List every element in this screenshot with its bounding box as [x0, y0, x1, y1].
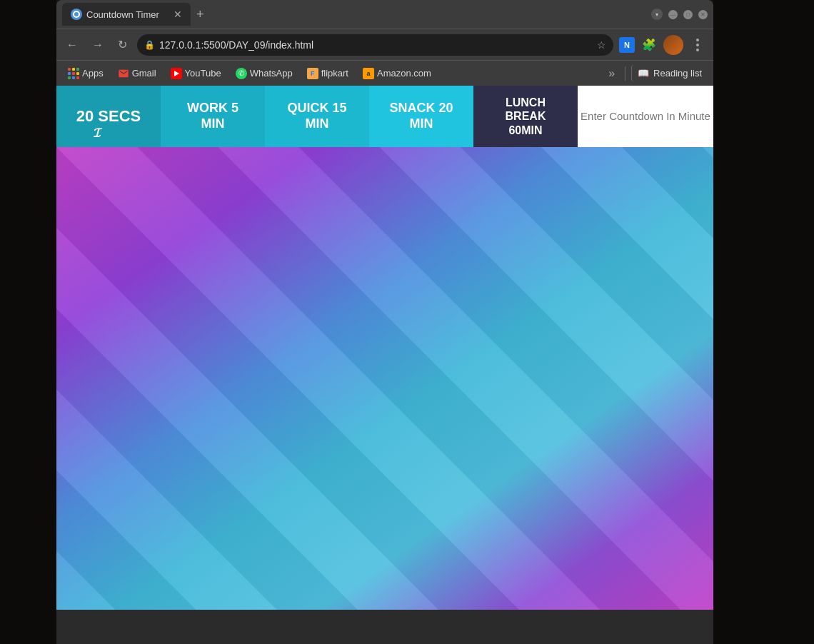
gmail-icon	[118, 68, 129, 79]
tab-area: Countdown Timer ✕ + ▾	[62, 0, 668, 29]
gmail-label: Gmail	[132, 68, 156, 79]
tab-menu-arrow[interactable]: ▾	[651, 9, 663, 20]
tab-close-button[interactable]: ✕	[174, 9, 182, 20]
left-decor	[0, 0, 56, 644]
youtube-label: YouTube	[185, 68, 221, 79]
timer-quick15-button[interactable]: QUICK 15MIN	[265, 86, 369, 147]
tab-title: Countdown Timer	[86, 9, 159, 20]
timer-buttons-row: 20 SECS 𝓘 WORK 5MIN QUICK 15MIN SNACK 20…	[56, 86, 713, 147]
security-lock-icon: 🔒	[144, 40, 155, 50]
window-controls: — □ ✕	[668, 10, 708, 19]
amazon-icon: a	[363, 68, 374, 79]
whatsapp-label: WhatsApp	[250, 68, 293, 79]
maximize-button[interactable]: □	[683, 10, 693, 19]
extensions-icon[interactable]: 🧩	[639, 35, 659, 55]
reload-button[interactable]: ↻	[114, 35, 131, 54]
profile-avatar[interactable]	[663, 35, 683, 55]
close-button[interactable]: ✕	[698, 10, 708, 19]
back-button[interactable]: ←	[62, 36, 82, 54]
reading-list-label: Reading list	[653, 68, 702, 79]
browser-menu-button[interactable]	[688, 35, 708, 55]
timer-main-display	[56, 147, 713, 610]
bookmark-gmail[interactable]: Gmail	[112, 65, 162, 82]
tab-favicon	[71, 9, 82, 20]
flipkart-label: flipkart	[321, 68, 348, 79]
timer-20secs-button[interactable]: 20 SECS 𝓘	[56, 86, 161, 147]
title-bar: Countdown Timer ✕ + ▾ — □ ✕	[56, 0, 713, 29]
forward-button[interactable]: →	[88, 36, 108, 54]
notebook-extension-icon[interactable]: N	[619, 37, 635, 53]
browser-window: Countdown Timer ✕ + ▾ — □ ✕ ← → ↻	[56, 0, 713, 644]
reading-list-divider	[625, 66, 625, 81]
bookmark-apps[interactable]: Apps	[62, 65, 109, 82]
page-content: 20 SECS 𝓘 WORK 5MIN QUICK 15MIN SNACK 20…	[56, 86, 713, 610]
address-bar[interactable]: 🔒 127.0.0.1:5500/DAY_09/index.html ☆	[137, 34, 613, 56]
browser-toolbar-icons: N 🧩	[619, 35, 708, 55]
timer-lunch-button[interactable]: LUNCHBREAK60MIN	[473, 86, 578, 147]
reading-list-icon: 📖	[638, 68, 649, 79]
apps-grid-icon	[68, 68, 79, 79]
flipkart-icon: F	[307, 68, 318, 79]
timer-snack20-label: SNACK 20MIN	[389, 101, 453, 131]
bookmark-flipkart[interactable]: F flipkart	[301, 65, 354, 82]
bookmark-whatsapp[interactable]: ✆ WhatsApp	[230, 65, 298, 82]
address-url: 127.0.0.1:5500/DAY_09/index.html	[159, 39, 593, 51]
whatsapp-icon: ✆	[236, 68, 247, 79]
svg-rect-3	[56, 147, 713, 610]
reading-list-button[interactable]: 📖 Reading list	[631, 65, 708, 81]
bookmark-star-icon[interactable]: ☆	[597, 39, 606, 51]
timer-20secs-label: 20 SECS	[76, 107, 141, 126]
bookmark-youtube[interactable]: YouTube	[165, 65, 227, 82]
timer-quick15-label: QUICK 15MIN	[287, 101, 346, 131]
timer-lunch-label: LUNCHBREAK60MIN	[506, 96, 546, 137]
bookmarks-bar: Apps Gmail YouTube ✆ WhatsApp	[56, 60, 713, 86]
active-tab[interactable]: Countdown Timer ✕	[62, 3, 191, 26]
page-wrapper: Countdown Timer ✕ + ▾ — □ ✕ ← → ↻	[0, 0, 814, 644]
bookmark-amazon[interactable]: a Amazon.com	[357, 65, 437, 82]
timer-work5-label: WORK 5MIN	[187, 101, 238, 131]
minimize-button[interactable]: —	[668, 10, 678, 19]
right-decor	[713, 0, 814, 644]
youtube-icon	[171, 68, 182, 79]
amazon-label: Amazon.com	[377, 68, 431, 79]
timer-work5-button[interactable]: WORK 5MIN	[161, 86, 265, 147]
timer-custom-input[interactable]	[578, 86, 713, 147]
cursor-indicator: 𝓘	[94, 126, 101, 141]
address-bar-row: ← → ↻ 🔒 127.0.0.1:5500/DAY_09/index.html…	[56, 29, 713, 60]
bookmarks-more-button[interactable]: »	[604, 64, 619, 83]
background-stripes	[56, 147, 713, 610]
apps-label: Apps	[82, 68, 104, 79]
timer-snack20-button[interactable]: SNACK 20MIN	[369, 86, 473, 147]
new-tab-button[interactable]: +	[191, 7, 210, 22]
